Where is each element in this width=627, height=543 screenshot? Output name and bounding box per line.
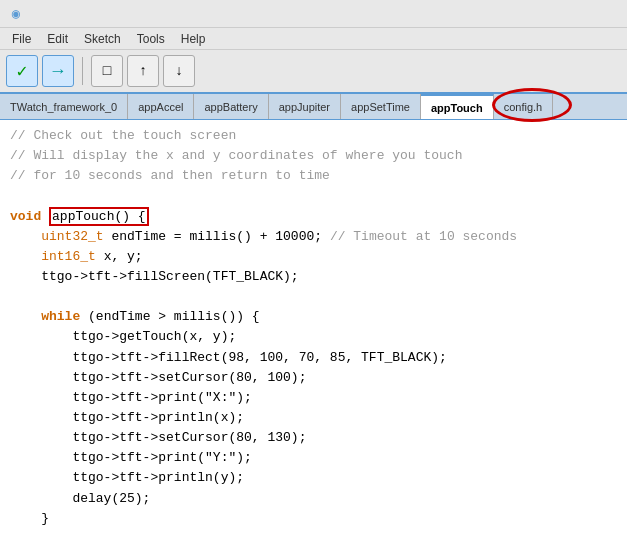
code-line: // Will display the x and y coordinates … (10, 146, 617, 166)
tabs: TWatch_framework_0appAccelappBatteryappJ… (0, 94, 627, 120)
code-line: ttgo->tft->println(y); (10, 468, 617, 488)
code-line: // Check out the touch screen (10, 126, 617, 146)
tab-appaccel[interactable]: appAccel (128, 94, 194, 119)
code-line: } (10, 509, 617, 529)
menu-item-edit[interactable]: Edit (39, 30, 76, 48)
code-line: ttgo->tft->fillRect(98, 100, 70, 85, TFT… (10, 348, 617, 368)
menu-bar: FileEditSketchToolsHelp (0, 28, 627, 50)
code-line (10, 186, 617, 206)
menu-item-file[interactable]: File (4, 30, 39, 48)
code-line: ttgo->tft->print("X:"); (10, 388, 617, 408)
upload-button[interactable]: → (42, 55, 74, 87)
app-icon: ◉ (8, 6, 24, 22)
code-line: void appTouch() { (10, 207, 617, 227)
open-button[interactable]: ↑ (127, 55, 159, 87)
code-line: ttgo->getTouch(x, y); (10, 327, 617, 347)
tab-appjupiter[interactable]: appJupiter (269, 94, 341, 119)
code-area[interactable]: // Check out the touch screen// Will dis… (0, 120, 627, 543)
code-line (10, 529, 617, 543)
tab-appbattery[interactable]: appBattery (194, 94, 268, 119)
code-line: delay(25); (10, 489, 617, 509)
menu-item-tools[interactable]: Tools (129, 30, 173, 48)
menu-item-help[interactable]: Help (173, 30, 214, 48)
tab-twatch_framework_0[interactable]: TWatch_framework_0 (0, 94, 128, 119)
code-line (10, 287, 617, 307)
verify-button[interactable]: ✓ (6, 55, 38, 87)
code-line: ttgo->tft->setCursor(80, 100); (10, 368, 617, 388)
code-line: uint32_t endTime = millis() + 10000; // … (10, 227, 617, 247)
tab-config.h[interactable]: config.h (494, 94, 554, 119)
code-line: ttgo->tft->print("Y:"); (10, 448, 617, 468)
menu-item-sketch[interactable]: Sketch (76, 30, 129, 48)
save-button[interactable]: ↓ (163, 55, 195, 87)
code-line: // for 10 seconds and then return to tim… (10, 166, 617, 186)
toolbar: ✓ → □ ↑ ↓ (0, 50, 627, 94)
new-button[interactable]: □ (91, 55, 123, 87)
code-line: ttgo->tft->fillScreen(TFT_BLACK); (10, 267, 617, 287)
tab-apptouch[interactable]: appTouch (421, 94, 494, 119)
code-line: while (endTime > millis()) { (10, 307, 617, 327)
code-line: ttgo->tft->println(x); (10, 408, 617, 428)
code-line: int16_t x, y; (10, 247, 617, 267)
toolbar-divider-1 (82, 57, 83, 85)
tab-appsettime[interactable]: appSetTime (341, 94, 421, 119)
code-line: ttgo->tft->setCursor(80, 130); (10, 428, 617, 448)
title-bar: ◉ (0, 0, 627, 28)
